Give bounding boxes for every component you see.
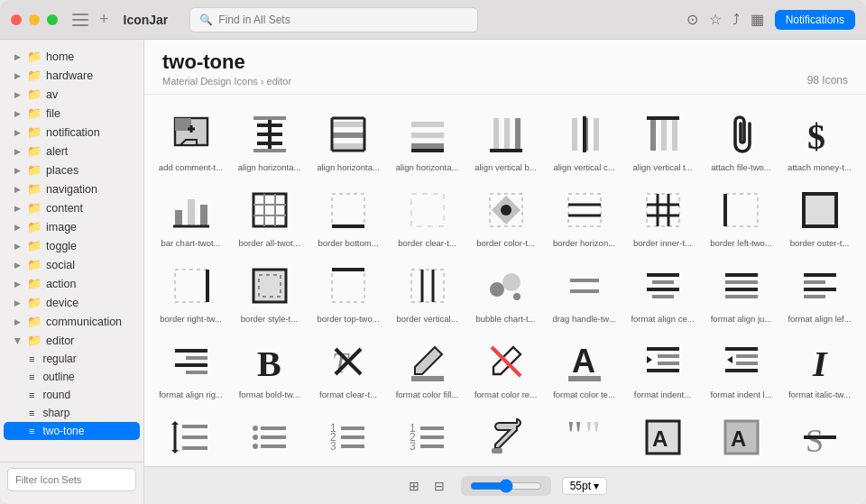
- icon-image: A: [638, 412, 687, 462]
- icon-image: [244, 261, 294, 310]
- icon-cell-format-list-bulleted[interactable]: format list bull...: [230, 405, 309, 466]
- svg-marker-107: [727, 356, 732, 363]
- icon-cell-bubble-chart[interactable]: bubble chart-t...: [466, 253, 545, 329]
- sidebar-toggle-button[interactable]: [72, 14, 88, 26]
- sidebar-subitem-two-tone[interactable]: ≡ two-tone: [4, 422, 140, 440]
- icon-cell-format-align-center[interactable]: format align ce...: [623, 253, 702, 329]
- icon-image: S: [795, 412, 844, 462]
- sidebar-item-content[interactable]: ▶ 📁 content: [4, 198, 140, 217]
- icon-cell-border-horiz[interactable]: border horizon...: [545, 178, 623, 253]
- sidebar-item-hardware[interactable]: ▶ 📁 hardware: [4, 66, 140, 85]
- icon-cell-format-list-numbered[interactable]: 123 format list num...: [309, 405, 388, 466]
- icon-cell-format-quote[interactable]: "" format quote-t...: [545, 405, 623, 466]
- icon-image: [481, 336, 530, 386]
- sidebar-item-communication[interactable]: ▶ 📁 communication: [4, 312, 140, 331]
- sidebar-item-file[interactable]: ▶ 📁 file: [4, 104, 140, 123]
- icon-cell-border-all[interactable]: border all-twot...: [230, 178, 309, 253]
- notifications-button[interactable]: Notifications: [775, 10, 855, 30]
- icon-cell-format-align-justify[interactable]: format align ju...: [702, 253, 780, 329]
- icon-cell-border-bottom[interactable]: border bottom...: [309, 178, 388, 253]
- icon-cell-align-h1[interactable]: align horizonta...: [230, 102, 309, 178]
- grid-small-view-button[interactable]: ⊞: [403, 476, 425, 496]
- icon-cell-format-italic[interactable]: I format italic-tw...: [780, 329, 859, 405]
- search-bar[interactable]: 🔍: [189, 7, 478, 32]
- icon-cell-format-line-spacing[interactable]: format line spa...: [152, 405, 230, 466]
- icon-cell-format-list-numbered2[interactable]: 123 format list num...: [388, 405, 466, 466]
- sidebar-filter-area: [0, 462, 143, 497]
- svg-text:A: A: [572, 343, 595, 380]
- icon-cell-format-paint[interactable]: format paint-t...: [466, 405, 545, 466]
- close-button[interactable]: [11, 14, 22, 25]
- icon-cell-format-indent-decrease[interactable]: format indent l...: [702, 329, 780, 405]
- icon-cell-border-vert[interactable]: border vertical...: [388, 253, 466, 329]
- icon-cell-drag-handle[interactable]: drag handle-tw...: [545, 253, 623, 329]
- icon-cell-border-top[interactable]: border top-two...: [309, 253, 388, 329]
- view-icon[interactable]: ⊙: [686, 11, 698, 28]
- icon-cell-format-color-text[interactable]: A format color te...: [545, 329, 623, 405]
- sidebar-item-label: communication: [46, 316, 122, 328]
- svg-rect-11: [332, 122, 364, 127]
- grid-large-view-button[interactable]: ⊟: [428, 476, 450, 496]
- search-input[interactable]: [218, 14, 468, 26]
- sidebar-item-social[interactable]: ▶ 📁 social: [4, 255, 140, 274]
- icon-cell-align-vb[interactable]: align vertical b...: [466, 102, 545, 178]
- icon-cell-format-align-left[interactable]: format align lef...: [780, 253, 859, 329]
- icon-label: align horizonta...: [312, 162, 384, 172]
- icon-cell-border-inner[interactable]: border inner-t...: [623, 178, 702, 253]
- folder-icon: 📁: [27, 296, 41, 309]
- icon-cell-format-shapes2[interactable]: A format shape-...: [702, 405, 780, 466]
- icon-label: format indent l...: [705, 389, 777, 399]
- filter-input[interactable]: [7, 468, 136, 491]
- icon-cell-format-strikethrough[interactable]: S fo r mat str-balti...: [780, 405, 859, 466]
- icon-cell-border-right[interactable]: border right-tw...: [152, 253, 230, 329]
- icon-label: format align ce...: [627, 314, 698, 324]
- icon-label: border outer-t...: [784, 238, 855, 248]
- icon-cell-border-style[interactable]: border style-t...: [230, 253, 309, 329]
- icon-cell-format-color-reset[interactable]: format color re...: [466, 329, 545, 405]
- sidebar-subitem-outline[interactable]: ≡ outline: [4, 368, 140, 386]
- icon-cell-format-color-fill[interactable]: format color fill...: [388, 329, 466, 405]
- size-dropdown[interactable]: 55pt ▾: [562, 477, 608, 495]
- icon-cell-format-clear[interactable]: T format clear-t...: [309, 329, 388, 405]
- icon-cell-format-align-right[interactable]: format align rig...: [152, 329, 230, 405]
- star-icon[interactable]: ☆: [709, 11, 722, 28]
- size-slider[interactable]: [470, 479, 542, 493]
- sidebar-item-av[interactable]: ▶ 📁 av: [4, 85, 140, 104]
- icon-cell-border-clear[interactable]: border clear-t...: [388, 178, 466, 253]
- icon-cell-bar-chart[interactable]: bar chart-twot...: [152, 178, 230, 253]
- maximize-button[interactable]: [47, 14, 58, 25]
- icon-cell-align-h2[interactable]: align horizonta...: [309, 102, 388, 178]
- breadcrumb-parent[interactable]: Material Design Icons: [162, 76, 258, 87]
- share-icon[interactable]: ⤴: [732, 12, 740, 28]
- icon-cell-add-comment[interactable]: add comment-t...: [152, 102, 230, 178]
- sidebar-subitem-round[interactable]: ≡ round: [4, 386, 140, 404]
- icon-cell-format-indent[interactable]: format indent...: [623, 329, 702, 405]
- sidebar-item-home[interactable]: ▶ 📁 home: [4, 47, 140, 66]
- icon-cell-border-color[interactable]: border color-t...: [466, 178, 545, 253]
- sidebar-item-image[interactable]: ▶ 📁 image: [4, 217, 140, 236]
- sidebar-item-device[interactable]: ▶ 📁 device: [4, 293, 140, 312]
- sidebar-item-editor[interactable]: ▶ 📁 editor: [4, 331, 140, 350]
- icon-cell-align-vc[interactable]: align vertical c...: [545, 102, 623, 178]
- sidebar-item-alert[interactable]: ▶ 📁 alert: [4, 142, 140, 160]
- sidebar-item-places[interactable]: ▶ 📁 places: [4, 160, 140, 179]
- layout-icon[interactable]: ▦: [751, 11, 764, 28]
- sidebar-item-toggle[interactable]: ▶ 📁 toggle: [4, 236, 140, 255]
- icon-cell-format-bold[interactable]: B format bold-tw...: [230, 329, 309, 405]
- sidebar-item-notification[interactable]: ▶ 📁 notification: [4, 123, 140, 142]
- icon-cell-align-h3[interactable]: align horizonta...: [388, 102, 466, 178]
- minimize-button[interactable]: [29, 14, 40, 25]
- sidebar-item-action[interactable]: ▶ 📁 action: [4, 274, 140, 293]
- icon-cell-format-shapes[interactable]: A format shape-...: [623, 405, 702, 466]
- icon-cell-border-outer[interactable]: border outer-t...: [780, 178, 859, 253]
- svg-rect-18: [411, 122, 444, 127]
- sidebar-item-navigation[interactable]: ▶ 📁 navigation: [4, 179, 140, 198]
- chevron-right-icon: ▶: [14, 298, 21, 307]
- sidebar-subitem-regular[interactable]: ≡ regular: [4, 350, 140, 368]
- icon-cell-attach-file[interactable]: attach file-two...: [702, 102, 780, 178]
- sidebar-subitem-sharp[interactable]: ≡ sharp: [4, 404, 140, 422]
- new-tab-button[interactable]: +: [99, 10, 109, 29]
- icon-cell-border-left[interactable]: border left-two...: [702, 178, 780, 253]
- icon-cell-attach-money[interactable]: $ attach money-t...: [780, 102, 859, 178]
- icon-cell-align-vt[interactable]: align vertical t...: [623, 102, 702, 178]
